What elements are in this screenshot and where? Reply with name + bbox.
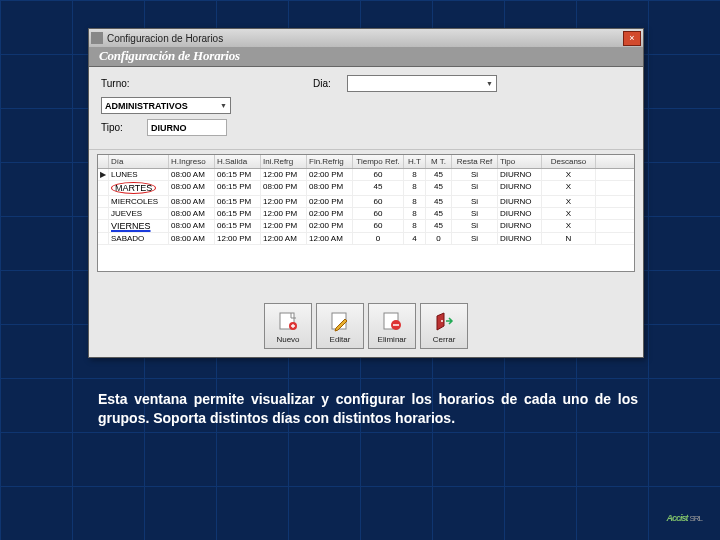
table-row[interactable]: JUEVES08:00 AM06:15 PM12:00 PM02:00 PM60…: [98, 208, 634, 220]
cell: N: [542, 233, 596, 244]
cell: DIURNO: [498, 169, 542, 180]
cell: 12:00 PM: [215, 233, 261, 244]
cell: [98, 181, 109, 195]
col-header[interactable]: H.Salida: [215, 155, 261, 168]
editar-button[interactable]: Editar: [316, 303, 364, 349]
cell: 06:15 PM: [215, 181, 261, 195]
schedule-grid[interactable]: DíaH.IngresoH.SalidaIni.RefrgFin.RefrigT…: [97, 154, 635, 272]
turno-select[interactable]: ADMINISTRATIVOS ▼: [101, 97, 231, 114]
cell: MIERCOLES: [109, 196, 169, 207]
eliminar-button[interactable]: Eliminar: [368, 303, 416, 349]
cell: 08:00 AM: [169, 208, 215, 219]
cell: Si: [452, 208, 498, 219]
col-header[interactable]: H.Ingreso: [169, 155, 215, 168]
cell: 45: [426, 169, 452, 180]
cell: Si: [452, 169, 498, 180]
cell: 4: [404, 233, 426, 244]
cell: VIERNES: [109, 220, 169, 232]
dia-select[interactable]: ▼: [347, 75, 497, 92]
cell: Si: [452, 220, 498, 232]
turno-value: ADMINISTRATIVOS: [105, 101, 188, 111]
col-header[interactable]: Fin.Refrig: [307, 155, 353, 168]
close-door-icon: [432, 309, 456, 333]
cell: 12:00 PM: [261, 208, 307, 219]
cell: JUEVES: [109, 208, 169, 219]
col-header[interactable]: Tiempo Ref.: [353, 155, 404, 168]
cell: 8: [404, 208, 426, 219]
cell: 08:00 AM: [169, 233, 215, 244]
delete-icon: [380, 309, 404, 333]
cell: 08:00 AM: [169, 220, 215, 232]
cell: 8: [404, 196, 426, 207]
cell: 45: [426, 181, 452, 195]
cell: 12:00 PM: [261, 169, 307, 180]
cell: X: [542, 169, 596, 180]
col-header[interactable]: Descanso: [542, 155, 596, 168]
cell: LUNES: [109, 169, 169, 180]
table-row[interactable]: MIERCOLES08:00 AM06:15 PM12:00 PM02:00 P…: [98, 196, 634, 208]
cell: SABADO: [109, 233, 169, 244]
cell: X: [542, 196, 596, 207]
titlebar[interactable]: Configuracion de Horarios ×: [89, 29, 643, 47]
cell: 06:15 PM: [215, 196, 261, 207]
window-title: Configuracion de Horarios: [107, 33, 623, 44]
cell: 60: [353, 208, 404, 219]
table-row[interactable]: SABADO08:00 AM12:00 PM12:00 AM12:00 AM04…: [98, 233, 634, 245]
cell: X: [542, 220, 596, 232]
cell: 02:00 PM: [307, 196, 353, 207]
turno-label: Turno:: [101, 78, 141, 89]
col-header[interactable]: M T.: [426, 155, 452, 168]
cell: 8: [404, 169, 426, 180]
cell: 12:00 PM: [261, 220, 307, 232]
cell: 8: [404, 220, 426, 232]
tipo-select[interactable]: DIURNO: [147, 119, 227, 136]
cerrar-button[interactable]: Cerrar: [420, 303, 468, 349]
col-header[interactable]: [98, 155, 109, 168]
cell: DIURNO: [498, 196, 542, 207]
cell: [98, 196, 109, 207]
grid-header: DíaH.IngresoH.SalidaIni.RefrgFin.RefrigT…: [98, 155, 634, 169]
sys-icon: [91, 32, 103, 44]
cell: 45: [353, 181, 404, 195]
cell: 02:00 PM: [307, 169, 353, 180]
nuevo-label: Nuevo: [276, 335, 299, 344]
new-icon: [276, 309, 300, 333]
col-header[interactable]: Tipo: [498, 155, 542, 168]
col-header[interactable]: Día: [109, 155, 169, 168]
col-header[interactable]: Ini.Refrg: [261, 155, 307, 168]
editar-label: Editar: [330, 335, 351, 344]
cell: 60: [353, 220, 404, 232]
tipo-label: Tipo:: [101, 122, 141, 133]
cell: ▶: [98, 169, 109, 180]
cell: DIURNO: [498, 233, 542, 244]
cell: DIURNO: [498, 220, 542, 232]
cell: MARTES: [109, 181, 169, 195]
table-row[interactable]: MARTES08:00 AM06:15 PM08:00 PM08:00 PM45…: [98, 181, 634, 196]
dia-label: Dia:: [313, 78, 341, 89]
cell: 8: [404, 181, 426, 195]
chevron-down-icon[interactable]: ▼: [486, 80, 493, 87]
cell: 45: [426, 196, 452, 207]
col-header[interactable]: Resta Ref: [452, 155, 498, 168]
cell: 60: [353, 196, 404, 207]
cell: 06:15 PM: [215, 208, 261, 219]
nuevo-button[interactable]: Nuevo: [264, 303, 312, 349]
cell: 0: [426, 233, 452, 244]
cell: 45: [426, 220, 452, 232]
cell: Si: [452, 196, 498, 207]
cell: Si: [452, 233, 498, 244]
cell: 0: [353, 233, 404, 244]
cell: X: [542, 208, 596, 219]
chevron-down-icon[interactable]: ▼: [220, 102, 227, 109]
cell: 12:00 AM: [307, 233, 353, 244]
tipo-value: DIURNO: [151, 123, 187, 133]
cell: 60: [353, 169, 404, 180]
close-icon[interactable]: ×: [623, 31, 641, 46]
form-area: Turno: Dia: ▼ ADMINISTRATIVOS ▼ Tipo: DI…: [89, 67, 643, 150]
table-row[interactable]: VIERNES08:00 AM06:15 PM12:00 PM02:00 PM6…: [98, 220, 634, 233]
cell: 08:00 AM: [169, 169, 215, 180]
col-header[interactable]: H.T: [404, 155, 426, 168]
table-row[interactable]: ▶LUNES08:00 AM06:15 PM12:00 PM02:00 PM60…: [98, 169, 634, 181]
grid-body: ▶LUNES08:00 AM06:15 PM12:00 PM02:00 PM60…: [98, 169, 634, 245]
cell: 08:00 PM: [307, 181, 353, 195]
